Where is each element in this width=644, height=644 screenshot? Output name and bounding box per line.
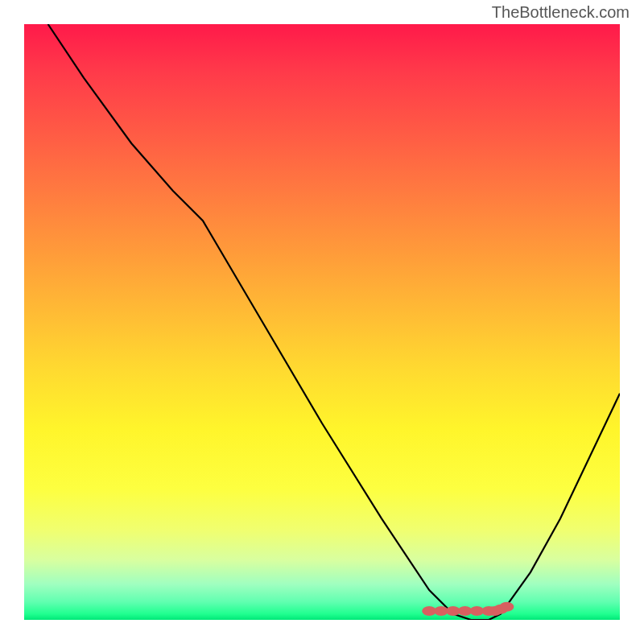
bottleneck-curve-line xyxy=(48,24,620,620)
chart-plot-area xyxy=(24,24,620,620)
chart-svg xyxy=(24,24,620,620)
optimal-range-markers xyxy=(422,602,514,616)
watermark-text: TheBottleneck.com xyxy=(492,3,630,22)
marker-dot xyxy=(499,602,514,612)
